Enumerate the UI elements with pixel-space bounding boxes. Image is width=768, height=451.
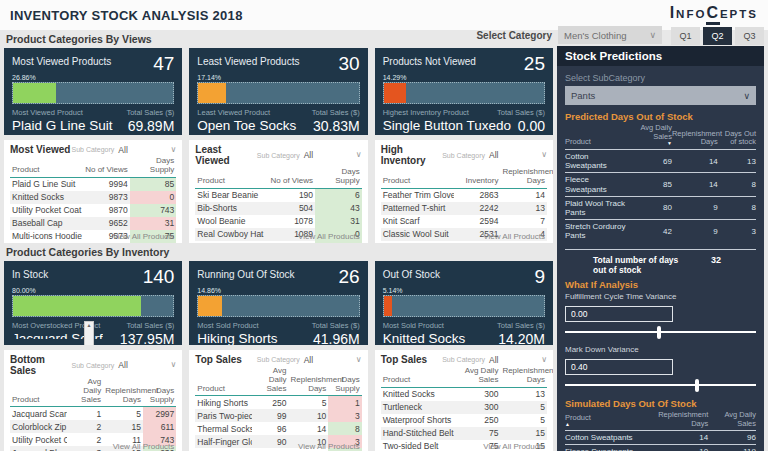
table-cell: 13 — [500, 202, 547, 215]
quarter-buttons: Q1Q2Q3 — [668, 25, 764, 45]
sort-icon[interactable]: ▲ — [565, 422, 657, 428]
table-cell: 9652 — [83, 217, 130, 230]
subcategory-dropdown[interactable]: Pants ∨ — [565, 86, 756, 105]
slider-value-input[interactable] — [565, 306, 673, 322]
table-bottom-sales: Bottom Sales Sub Category All∨ ProductAv… — [4, 350, 182, 451]
kpi-row-inventory: In Stock 140 80.00% Most Overstocked Pro… — [4, 261, 553, 345]
kpi-total-value: 41.96M — [312, 331, 360, 345]
kpi-count: 25 — [524, 54, 545, 73]
quarter-button-q1[interactable]: Q1 — [671, 27, 700, 45]
view-all-products-link[interactable]: View All Products — [113, 232, 175, 241]
table-title: Top Sales — [381, 354, 443, 365]
table-top-sales: Top Sales Sub Category All∨ ProductAvg D… — [375, 350, 553, 451]
table-row: Cotton Sweatpants1496 — [565, 431, 756, 445]
view-all-products-link[interactable]: View All Products — [298, 232, 360, 241]
slider-track-area[interactable] — [565, 326, 756, 339]
chevron-down-icon: ∨ — [541, 150, 547, 160]
category-dropdown-value: Men's Clothing — [564, 30, 627, 41]
view-all-products-link[interactable]: View All Products — [298, 442, 360, 451]
category-dropdown[interactable]: Men's Clothing ∨ — [558, 26, 662, 44]
slider-handle[interactable] — [695, 379, 699, 392]
quarter-button-q2[interactable]: Q2 — [703, 27, 732, 45]
kpi-percent: 80.00% — [12, 287, 174, 294]
slider-track-area[interactable] — [565, 379, 756, 392]
subcategory-dropdown-value: Pants — [571, 90, 595, 101]
subcategory-label: Sub Category — [442, 152, 485, 159]
kpi-sub-label: Most Viewed Product — [12, 108, 109, 117]
table-cell: 96 — [708, 431, 756, 445]
kpi-sub-label: Least Viewed Product — [197, 108, 294, 117]
chevron-down-icon: ∨ — [356, 150, 362, 160]
quarter-button-q3[interactable]: Q3 — [735, 27, 764, 45]
table-cell: 9 — [672, 196, 718, 219]
kpi-percent: 14.29% — [383, 74, 545, 81]
table-cell: 75 — [454, 427, 501, 440]
table-cell: Stretch Corduroy Pants — [565, 220, 632, 243]
slider-value-input[interactable] — [565, 359, 673, 375]
table-cell: Wool Beanie — [195, 215, 268, 228]
slider-handle[interactable] — [657, 326, 661, 339]
table-cell: Plaid Wool Track Pants — [565, 196, 632, 219]
table-cell: 14 — [672, 150, 718, 173]
column-header: Inventory — [454, 168, 501, 188]
kpi-sub-value: Hiking Shorts — [197, 331, 277, 345]
table-cell: Colorblock Zip Pants — [10, 420, 67, 433]
sort-icon[interactable]: ▼ — [632, 141, 672, 147]
kpi-count: 26 — [339, 267, 360, 286]
kpi-count: 140 — [143, 267, 175, 286]
table-row: Knitted Socks98730 — [10, 191, 176, 204]
predicted-days-heading: Predicted Days Out of Stock — [565, 111, 756, 122]
table-cell: Plaid G Line Suit — [10, 177, 83, 191]
column-header: Product — [565, 124, 632, 150]
slider-track[interactable] — [565, 384, 756, 386]
table-title: Least Viewed — [195, 144, 257, 166]
column-header: Days Supply — [315, 168, 362, 188]
kpi-sub-value: Plaid G Line Suit — [12, 118, 109, 133]
column-header: Replenishment Days — [500, 367, 547, 387]
table-cell: 10 — [657, 445, 709, 451]
table-cell: Feather Trim Gloves — [381, 188, 454, 202]
table-cell: Turtleneck — [381, 401, 454, 414]
view-all-products-link[interactable]: View All Products — [483, 232, 545, 241]
view-all-products-link[interactable]: View All Products — [483, 442, 545, 451]
table-cell: 85 — [130, 177, 177, 191]
kpi-sub-value: Single Button Tuxedo — [383, 118, 480, 133]
stock-predictions-title: Stock Predictions — [557, 46, 764, 66]
slider-label: Fulfillment Cycle Time Variance — [565, 292, 756, 301]
table-cell: 80 — [632, 196, 672, 219]
column-header: Avg Daily Sales — [708, 411, 756, 431]
kpi-card-running-out-of-stock: Running Out Of Stock 26 14.86% Most Sold… — [189, 261, 367, 345]
table-cell: 3 — [718, 220, 756, 243]
scroll-up-icon[interactable]: ▲ — [87, 322, 92, 328]
table-cell: 250 — [454, 414, 501, 427]
subcategory-dropdown[interactable]: All∨ — [118, 145, 176, 155]
column-header: Days Out of stock — [718, 124, 756, 150]
kpi-card-in-stock: In Stock 140 80.00% Most Overstocked Pro… — [4, 261, 182, 345]
table-cell: Hiking Shorts — [195, 396, 252, 410]
table-cell: Hand-Stitched Belt — [381, 427, 454, 440]
subcategory-dropdown[interactable]: All∨ — [304, 150, 362, 160]
mini-scrollbar[interactable]: ▲▼ — [84, 321, 94, 345]
total-days-label: Total number of days out of stock — [593, 255, 683, 275]
kpi-progress-fill — [198, 296, 222, 316]
table-cell: 10 — [288, 409, 328, 422]
table-least-viewed: Least Viewed Sub Category All∨ ProductNo… — [189, 140, 367, 243]
table-cell: Thermal Socks — [195, 422, 252, 435]
subcategory-dropdown[interactable]: All∨ — [304, 355, 362, 365]
table-cell: 15 — [103, 420, 143, 433]
table-cell: Baseball Cap — [10, 217, 83, 230]
view-all-products-link[interactable]: View All Products — [113, 442, 175, 451]
table-cell: Real Cowboy Hat — [195, 228, 268, 241]
subcategory-dropdown[interactable]: All∨ — [118, 360, 176, 370]
subcategory-label: Sub Category — [257, 152, 300, 159]
subcategory-dropdown[interactable]: All∨ — [489, 355, 547, 365]
table-cell: Classic Vest — [195, 241, 268, 243]
subcategory-label: Sub Category — [72, 362, 115, 369]
table-cell: 9873 — [83, 191, 130, 204]
kpi-progress-bar — [197, 295, 359, 317]
kpi-total-value: 14.20M — [497, 331, 545, 345]
table-cell: Classic Wool Suit — [381, 228, 454, 241]
kpi-progress-bar — [383, 82, 545, 104]
subcategory-dropdown[interactable]: All∨ — [489, 150, 547, 160]
table-row: Knit Scarf25947 — [381, 215, 547, 228]
